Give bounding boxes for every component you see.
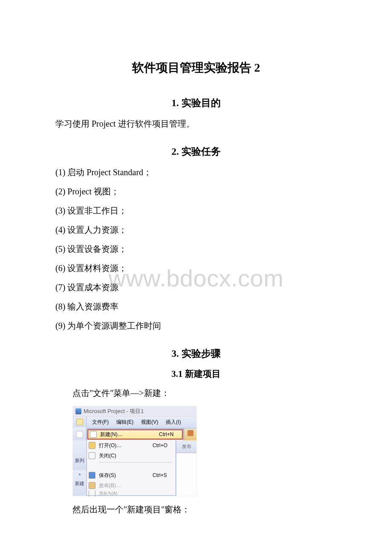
blank-page-icon	[90, 431, 97, 438]
menu-save[interactable]: 保存(S) Ctrl+S	[87, 470, 176, 480]
menu-publish: 发布(B)…	[87, 480, 176, 491]
list-item: (7) 设置成本资源	[55, 281, 337, 294]
right-panel-tab[interactable]: 发布	[176, 440, 196, 453]
menu-view[interactable]: 视图(V)	[138, 418, 161, 426]
list-item: (9) 为单个资源调整工作时间	[55, 319, 337, 332]
app-titlebar: Microsoft Project - 项目1	[73, 406, 196, 416]
save-icon	[89, 472, 95, 479]
app-title-text: Microsoft Project - 项目1	[84, 408, 144, 415]
left-sidebar: 新列	[73, 440, 86, 470]
publish-icon	[89, 482, 95, 489]
sidebar-circle-icon[interactable]	[79, 474, 81, 475]
menu-open[interactable]: 打开(O)… Ctrl+O	[87, 440, 176, 451]
list-item: (4) 设置人力资源；	[55, 223, 337, 237]
list-item: (2) Project 视图；	[55, 185, 337, 198]
menu-edit[interactable]: 编辑(E)	[113, 418, 136, 426]
right-panel: 发布	[176, 440, 196, 470]
sidebar-label-new2: 新建	[75, 480, 84, 487]
menu-close[interactable]: 关闭(C)	[87, 451, 176, 461]
menu-open-shortcut: Ctrl+O	[153, 442, 173, 448]
new-doc-icon[interactable]	[76, 431, 83, 438]
spacer-icon	[89, 452, 95, 459]
menu-new-shortcut: Ctrl+N	[159, 431, 179, 437]
menu-publish-label: 发布(B)…	[99, 482, 149, 489]
menu-separator	[87, 461, 176, 463]
list-item: (3) 设置非工作日；	[55, 204, 337, 217]
folder-open-icon	[89, 442, 95, 449]
list-item: (5) 设置设备资源；	[55, 243, 337, 256]
menu-save-shortcut: Ctrl+S	[153, 472, 173, 478]
step-text-1: 点击"文件"菜单—>新建：	[55, 387, 337, 400]
menu-new-label: 新建(N)…	[100, 431, 156, 438]
menu-new[interactable]: 新建(N)… Ctrl+N	[87, 429, 183, 439]
section-3-heading: 3. 实验步骤	[55, 347, 337, 360]
list-item: (8) 输入资源费率	[55, 300, 337, 313]
section-2-heading: 2. 实验任务	[55, 145, 337, 158]
menu-open-label: 打开(O)…	[99, 442, 149, 449]
sidebar-label-new: 新列	[75, 457, 84, 464]
step-text-2: 然后出现一个"新建项目"窗格：	[55, 503, 337, 516]
list-item: (6) 设置材料资源；	[55, 262, 337, 275]
doc-icon	[76, 419, 83, 425]
tool-icon[interactable]	[187, 430, 193, 436]
menu-saveas[interactable]: 另存为(A)	[87, 491, 176, 497]
right-toolbar	[184, 428, 196, 440]
section-1-heading: 1. 实验目的	[55, 96, 337, 110]
doc-title: 软件项目管理实验报告 2	[55, 60, 337, 76]
project-app-icon	[75, 408, 81, 414]
left-sidebar-2: 新建	[73, 470, 86, 496]
menu-save-label: 保存(S)	[99, 472, 149, 479]
task-list: (1) 启动 Project Standard； (2) Project 视图；…	[55, 166, 337, 332]
section-1-body: 学习使用 Project 进行软件项目管理。	[55, 117, 337, 130]
list-item: (1) 启动 Project Standard；	[55, 166, 337, 179]
right-panel-2	[176, 470, 196, 496]
menu-insert[interactable]: 插入(I)	[163, 418, 184, 426]
menu-file[interactable]: 文件(F)	[89, 418, 112, 426]
embedded-screenshot: Microsoft Project - 项目1 文件(F) 编辑(E) 视图(V…	[55, 406, 337, 496]
menu-close-label: 关闭(C)	[99, 452, 149, 460]
section-3-1-heading: 3.1 新建项目	[55, 368, 337, 380]
